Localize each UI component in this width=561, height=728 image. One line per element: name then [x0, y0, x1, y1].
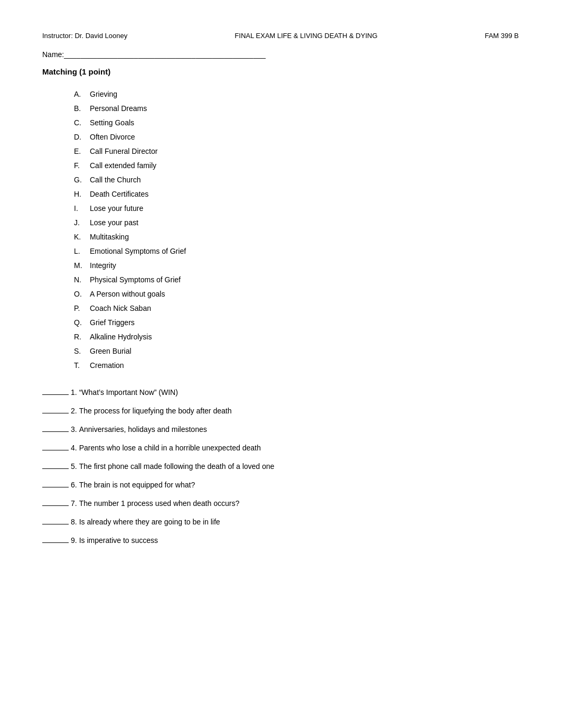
matching-letter: B. — [74, 103, 90, 114]
question-number: 9. — [71, 535, 77, 546]
course-code: FAM 399 B — [485, 32, 519, 40]
matching-text: Death Certificates — [90, 190, 148, 198]
matching-text: Cremation — [90, 361, 124, 370]
matching-letter: M. — [74, 260, 90, 271]
question-number: 6. — [71, 480, 77, 491]
matching-item: A.Grieving — [74, 89, 519, 100]
matching-text: Coach Nick Saban — [90, 304, 151, 312]
matching-item: D.Often Divorce — [74, 132, 519, 143]
question-number: 1. — [71, 387, 77, 398]
matching-text: Call the Church — [90, 176, 141, 184]
question-number: 2. — [71, 406, 77, 417]
question-item: 3. Anniversaries, holidays and milestone… — [42, 424, 519, 435]
matching-item: G.Call the Church — [74, 174, 519, 186]
matching-text: Physical Symptoms of Grief — [90, 275, 181, 284]
matching-letter: I. — [74, 203, 90, 214]
matching-letter: N. — [74, 274, 90, 285]
answer-blank[interactable] — [42, 443, 69, 450]
matching-item: O.A Person without goals — [74, 289, 519, 300]
matching-item: E.Call Funeral Director — [74, 146, 519, 157]
matching-text: Lose your future — [90, 204, 143, 213]
section-title: Matching (1 point) — [42, 67, 519, 76]
exam-title: FINAL EXAM LIFE & LIVING DEATH & DYING — [235, 32, 377, 40]
matching-text: Alkaline Hydrolysis — [90, 333, 152, 341]
matching-letter: J. — [74, 217, 90, 228]
matching-text: Grieving — [90, 90, 117, 98]
matching-item: I.Lose your future — [74, 203, 519, 214]
matching-text: Integrity — [90, 261, 116, 270]
matching-text: Setting Goals — [90, 118, 134, 127]
matching-item: K.Multitasking — [74, 232, 519, 243]
matching-text: Call Funeral Director — [90, 147, 157, 155]
matching-item: T.Cremation — [74, 360, 519, 371]
question-number: 3. — [71, 424, 77, 435]
matching-letter: T. — [74, 360, 90, 371]
question-text: The number 1 process used when death occ… — [79, 498, 519, 509]
question-text: Anniversaries, holidays and milestones — [79, 424, 519, 435]
matching-text: Call extended family — [90, 161, 156, 170]
question-text: The process for liquefying the body afte… — [79, 406, 519, 417]
page-header: Instructor: Dr. David Looney FINAL EXAM … — [42, 32, 519, 40]
question-text: Parents who lose a child in a horrible u… — [79, 443, 519, 454]
matching-item: P.Coach Nick Saban — [74, 303, 519, 314]
matching-letter: S. — [74, 346, 90, 357]
matching-letter: R. — [74, 331, 90, 343]
matching-letter: P. — [74, 303, 90, 314]
questions-section: 1. “What’s Important Now” (WIN) 2. The p… — [42, 387, 519, 546]
question-text: Is already where they are going to be in… — [79, 517, 519, 528]
matching-letter: O. — [74, 289, 90, 300]
answer-blank[interactable] — [42, 462, 69, 469]
question-item: 4. Parents who lose a child in a horribl… — [42, 443, 519, 454]
question-number: 4. — [71, 443, 77, 454]
question-number: 8. — [71, 517, 77, 528]
matching-letter: G. — [74, 174, 90, 186]
question-item: 2. The process for liquefying the body a… — [42, 406, 519, 417]
answer-blank[interactable] — [42, 517, 69, 524]
question-item: 1. “What’s Important Now” (WIN) — [42, 387, 519, 398]
answer-blank[interactable] — [42, 425, 69, 432]
matching-item: L.Emotional Symptoms of Grief — [74, 246, 519, 257]
question-number: 7. — [71, 498, 77, 509]
matching-item: H.Death Certificates — [74, 189, 519, 200]
matching-text: Emotional Symptoms of Grief — [90, 247, 186, 255]
question-text: Is imperative to success — [79, 535, 519, 546]
matching-item: C.Setting Goals — [74, 117, 519, 128]
matching-letter: A. — [74, 89, 90, 100]
question-item: 6. The brain is not equipped for what? — [42, 480, 519, 491]
matching-item: B.Personal Dreams — [74, 103, 519, 114]
matching-item: F.Call extended family — [74, 160, 519, 171]
matching-text: Multitasking — [90, 233, 129, 241]
matching-text: Personal Dreams — [90, 104, 147, 113]
matching-item: Q.Grief Triggers — [74, 317, 519, 328]
question-text: “What’s Important Now” (WIN) — [79, 387, 519, 398]
matching-letter: L. — [74, 246, 90, 257]
matching-letter: K. — [74, 232, 90, 243]
answer-blank[interactable] — [42, 406, 69, 413]
matching-letter: C. — [74, 117, 90, 128]
matching-text: Green Burial — [90, 347, 132, 355]
matching-list: A.GrievingB.Personal DreamsC.Setting Goa… — [74, 89, 519, 371]
question-item: 8. Is already where they are going to be… — [42, 517, 519, 528]
matching-text: A Person without goals — [90, 290, 165, 298]
matching-item: N.Physical Symptoms of Grief — [74, 274, 519, 285]
matching-text: Often Divorce — [90, 133, 135, 141]
matching-letter: Q. — [74, 317, 90, 328]
matching-item: M.Integrity — [74, 260, 519, 271]
matching-letter: H. — [74, 189, 90, 200]
question-number: 5. — [71, 461, 77, 472]
matching-letter: E. — [74, 146, 90, 157]
question-item: 9. Is imperative to success — [42, 535, 519, 546]
instructor-label: Instructor: Dr. David Looney — [42, 32, 127, 40]
matching-item: S.Green Burial — [74, 346, 519, 357]
question-text: The first phone call made following the … — [79, 461, 519, 472]
question-text: The brain is not equipped for what? — [79, 480, 519, 491]
answer-blank[interactable] — [42, 536, 69, 543]
answer-blank[interactable] — [42, 388, 69, 395]
matching-text: Grief Triggers — [90, 318, 135, 327]
matching-text: Lose your past — [90, 218, 138, 227]
matching-letter: F. — [74, 160, 90, 171]
question-item: 5. The first phone call made following t… — [42, 461, 519, 472]
answer-blank[interactable] — [42, 499, 69, 506]
answer-blank[interactable] — [42, 480, 69, 487]
matching-letter: D. — [74, 132, 90, 143]
